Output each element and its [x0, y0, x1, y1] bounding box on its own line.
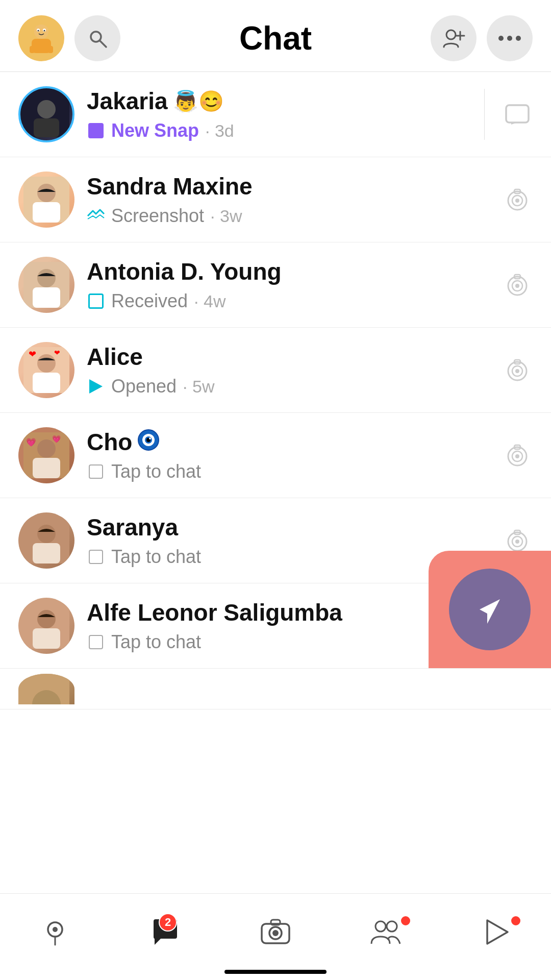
chat-action[interactable] — [502, 528, 533, 553]
status-text: Tap to chat — [111, 546, 201, 568]
time-text: · 3w — [210, 206, 242, 226]
svg-text:💗: 💗 — [26, 437, 36, 447]
status-text: Received — [111, 290, 188, 312]
svg-rect-22 — [33, 202, 60, 223]
svg-point-0 — [34, 24, 48, 39]
user-avatar[interactable] — [18, 15, 64, 61]
chat-content: Jakaria 👼😊 New Snap · 3d — [87, 87, 467, 141]
svg-line-9 — [100, 41, 106, 47]
nav-item-camera[interactable] — [245, 918, 306, 946]
chat-action[interactable] — [502, 101, 533, 128]
chat-action[interactable] — [502, 358, 533, 382]
status-text: Opened — [111, 376, 177, 397]
chat-item[interactable]: Alfe Leonor Saligumba Tap to chat — [0, 583, 551, 669]
status-icon — [87, 548, 105, 566]
header: Chat — [0, 0, 551, 71]
status-icon — [87, 633, 105, 651]
svg-point-25 — [515, 199, 519, 203]
chat-name: Alfe Leonor Saligumba — [87, 599, 342, 626]
nav-item-friends[interactable] — [355, 917, 416, 947]
svg-point-28 — [37, 269, 56, 287]
chat-action[interactable] — [502, 273, 533, 297]
chat-item[interactable]: 💗 💗 Cho — [0, 413, 551, 498]
status-icon — [87, 207, 105, 225]
status-icon — [87, 121, 105, 140]
svg-rect-6 — [30, 46, 35, 53]
page-title: Chat — [120, 19, 431, 57]
chat-action[interactable] — [502, 443, 533, 468]
chat-item[interactable]: Antonia D. Young Received · 4w — [0, 242, 551, 328]
svg-point-55 — [515, 454, 519, 458]
svg-rect-29 — [33, 287, 60, 308]
time-text: · 5w — [183, 377, 214, 397]
avatar — [18, 598, 74, 654]
svg-point-14 — [507, 36, 512, 41]
reply-fab-button[interactable] — [449, 569, 531, 650]
status-text: Tap to chat — [111, 631, 201, 653]
chat-name: Antonia D. Young — [87, 258, 282, 285]
svg-text:💗: 💗 — [52, 435, 61, 444]
friends-nav-icon — [369, 917, 402, 947]
svg-point-65 — [37, 610, 56, 628]
svg-point-41 — [515, 369, 519, 373]
stories-notification-dot — [510, 915, 521, 926]
avatar: ❤ ❤ — [18, 342, 74, 398]
svg-point-13 — [498, 36, 504, 41]
svg-point-5 — [44, 30, 45, 32]
svg-marker-77 — [487, 920, 508, 944]
chat-action[interactable] — [502, 187, 533, 212]
chat-item[interactable] — [0, 669, 551, 709]
nav-item-map[interactable] — [24, 917, 86, 947]
chat-item[interactable]: ❤ ❤ Alice Opened · 5w — [0, 328, 551, 413]
search-button[interactable] — [74, 15, 120, 61]
camera-nav-icon — [260, 918, 291, 946]
add-friend-button[interactable] — [431, 15, 477, 61]
svg-point-70 — [53, 927, 58, 932]
home-indicator — [224, 970, 327, 974]
chat-list: Jakaria 👼😊 New Snap · 3d — [0, 72, 551, 709]
more-options-button[interactable] — [487, 15, 533, 61]
svg-point-75 — [375, 921, 386, 932]
chat-emoji — [137, 429, 160, 456]
svg-rect-59 — [33, 543, 60, 564]
chat-name: Sandra Maxine — [87, 173, 253, 200]
svg-rect-66 — [33, 628, 60, 649]
chat-content: Alice Opened · 5w — [87, 343, 490, 397]
svg-point-76 — [387, 921, 397, 932]
chat-content: Sandra Maxine Screenshot · 3w — [87, 173, 490, 227]
svg-point-35 — [37, 354, 56, 373]
svg-rect-45 — [33, 458, 60, 478]
header-right — [431, 15, 533, 61]
chat-name: Alice — [87, 343, 143, 371]
svg-rect-74 — [271, 920, 280, 925]
fab-container — [429, 551, 551, 668]
svg-point-52 — [149, 437, 151, 439]
nav-item-stories[interactable] — [465, 917, 527, 947]
time-text: · 4w — [194, 291, 226, 311]
svg-point-62 — [515, 540, 519, 544]
map-icon — [40, 917, 70, 947]
chat-item[interactable]: Jakaria 👼😊 New Snap · 3d — [0, 72, 551, 157]
avatar — [18, 257, 74, 313]
bottom-nav: 2 — [0, 893, 551, 980]
svg-rect-19 — [506, 105, 529, 122]
svg-point-73 — [272, 930, 279, 936]
chat-name: Jakaria — [87, 87, 168, 115]
chat-content: Antonia D. Young Received · 4w — [87, 258, 490, 312]
svg-point-15 — [516, 36, 521, 41]
status-text: Screenshot — [111, 205, 204, 227]
status-icon — [87, 377, 105, 396]
svg-point-21 — [37, 184, 56, 202]
chat-name: Saranya — [87, 513, 178, 541]
chat-content: Cho — [87, 428, 490, 482]
status-text: New Snap — [111, 120, 199, 141]
chat-emoji: 👼😊 — [173, 89, 224, 113]
nav-item-chat[interactable]: 2 — [135, 917, 196, 947]
chat-badge: 2 — [159, 913, 177, 932]
avatar — [18, 512, 74, 569]
friends-notification-dot — [400, 915, 411, 926]
svg-rect-18 — [34, 118, 59, 137]
svg-point-32 — [515, 284, 519, 288]
chat-item[interactable]: Sandra Maxine Screenshot · 3w — [0, 157, 551, 242]
chat-name: Cho — [87, 428, 132, 456]
